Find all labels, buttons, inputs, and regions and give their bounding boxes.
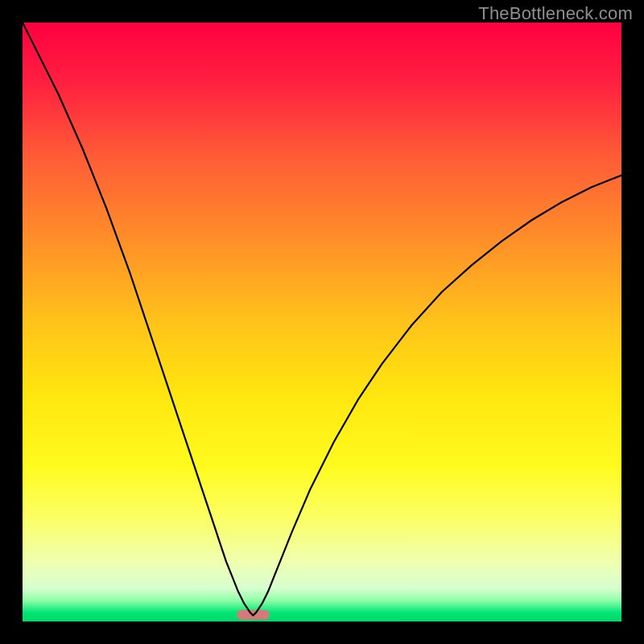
chart-frame: TheBottleneck.com: [0, 0, 644, 644]
watermark-text: TheBottleneck.com: [478, 3, 633, 24]
chart-svg: [23, 23, 621, 621]
gradient-background: [23, 23, 621, 621]
plot-area: [23, 23, 621, 621]
